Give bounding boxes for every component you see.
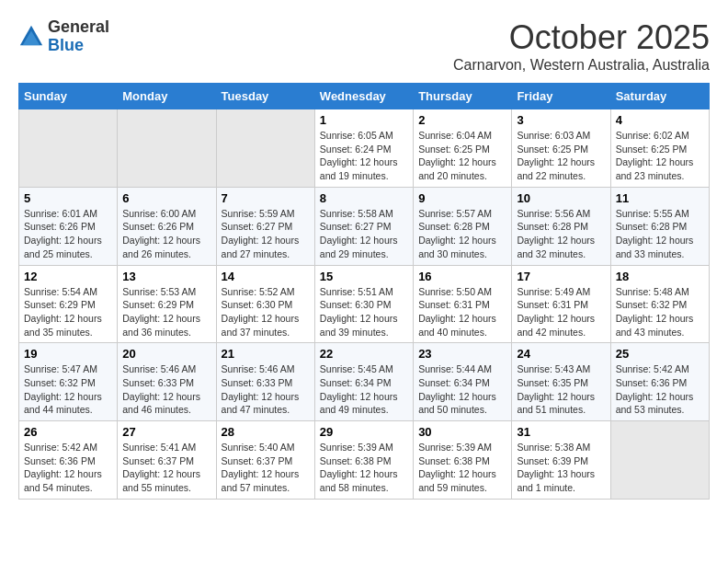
day-number: 15: [320, 270, 408, 283]
day-number: 11: [616, 191, 704, 205]
day-number: 29: [320, 425, 408, 439]
cell-content: Sunrise: 5:46 AM Sunset: 6:33 PM Dayligh…: [122, 362, 210, 417]
calendar-cell: 12Sunrise: 5:54 AM Sunset: 6:29 PM Dayli…: [19, 265, 118, 343]
day-number: 22: [320, 347, 408, 361]
calendar-cell: 23Sunrise: 5:44 AM Sunset: 6:34 PM Dayli…: [414, 343, 512, 421]
cell-content: Sunrise: 5:45 AM Sunset: 6:34 PM Dayligh…: [320, 362, 408, 417]
cell-content: Sunrise: 6:04 AM Sunset: 6:25 PM Dayligh…: [418, 129, 506, 183]
cell-content: Sunrise: 5:44 AM Sunset: 6:34 PM Dayligh…: [418, 362, 506, 417]
cell-content: Sunrise: 5:53 AM Sunset: 6:29 PM Dayligh…: [122, 285, 210, 339]
day-number: 23: [418, 347, 506, 361]
day-number: 28: [222, 425, 310, 439]
cell-content: Sunrise: 5:46 AM Sunset: 6:33 PM Dayligh…: [222, 362, 310, 417]
day-number: 16: [418, 270, 506, 283]
title-block: October 2025 Carnarvon, Western Australi…: [453, 18, 710, 74]
cell-content: Sunrise: 5:56 AM Sunset: 6:28 PM Dayligh…: [517, 207, 605, 261]
day-header-monday: Monday: [118, 84, 216, 109]
header-row: SundayMondayTuesdayWednesdayThursdayFrid…: [19, 84, 710, 109]
cell-content: Sunrise: 5:41 AM Sunset: 6:37 PM Dayligh…: [122, 441, 210, 495]
cell-content: Sunrise: 5:39 AM Sunset: 6:38 PM Dayligh…: [320, 441, 408, 495]
cell-content: Sunrise: 5:43 AM Sunset: 6:35 PM Dayligh…: [517, 362, 605, 417]
cell-content: Sunrise: 5:51 AM Sunset: 6:30 PM Dayligh…: [320, 285, 408, 339]
calendar-cell: 13Sunrise: 5:53 AM Sunset: 6:29 PM Dayli…: [118, 265, 216, 343]
calendar-cell: 28Sunrise: 5:40 AM Sunset: 6:37 PM Dayli…: [216, 421, 314, 500]
cell-content: Sunrise: 6:03 AM Sunset: 6:25 PM Dayligh…: [517, 129, 605, 183]
calendar-cell: 11Sunrise: 5:55 AM Sunset: 6:28 PM Dayli…: [610, 187, 709, 265]
cell-content: Sunrise: 5:39 AM Sunset: 6:38 PM Dayligh…: [418, 441, 506, 495]
calendar-cell: 17Sunrise: 5:49 AM Sunset: 6:31 PM Dayli…: [512, 265, 610, 343]
day-header-tuesday: Tuesday: [216, 84, 314, 109]
calendar-cell: 16Sunrise: 5:50 AM Sunset: 6:31 PM Dayli…: [414, 265, 512, 343]
cell-content: Sunrise: 5:58 AM Sunset: 6:27 PM Dayligh…: [320, 207, 408, 261]
calendar-table: SundayMondayTuesdayWednesdayThursdayFrid…: [18, 83, 710, 500]
day-header-saturday: Saturday: [610, 84, 709, 109]
cell-content: Sunrise: 6:01 AM Sunset: 6:26 PM Dayligh…: [24, 207, 112, 261]
day-number: 8: [320, 191, 408, 205]
calendar-cell: 31Sunrise: 5:38 AM Sunset: 6:39 PM Dayli…: [512, 421, 610, 500]
cell-content: Sunrise: 5:42 AM Sunset: 6:36 PM Dayligh…: [24, 441, 112, 495]
calendar-cell: 24Sunrise: 5:43 AM Sunset: 6:35 PM Dayli…: [512, 343, 610, 421]
week-row-3: 12Sunrise: 5:54 AM Sunset: 6:29 PM Dayli…: [19, 265, 710, 343]
logo-icon: [18, 24, 44, 50]
day-number: 31: [517, 425, 605, 439]
calendar-cell: [216, 109, 314, 188]
day-number: 5: [24, 191, 112, 205]
cell-content: Sunrise: 5:54 AM Sunset: 6:29 PM Dayligh…: [24, 285, 112, 339]
day-number: 10: [517, 191, 605, 205]
cell-content: Sunrise: 5:49 AM Sunset: 6:31 PM Dayligh…: [517, 285, 605, 339]
day-number: 27: [122, 425, 210, 439]
cell-content: Sunrise: 6:05 AM Sunset: 6:24 PM Dayligh…: [320, 129, 408, 183]
calendar-cell: 27Sunrise: 5:41 AM Sunset: 6:37 PM Dayli…: [118, 421, 216, 500]
calendar-cell: 30Sunrise: 5:39 AM Sunset: 6:38 PM Dayli…: [414, 421, 512, 500]
cell-content: Sunrise: 5:59 AM Sunset: 6:27 PM Dayligh…: [222, 207, 310, 261]
day-header-thursday: Thursday: [414, 84, 512, 109]
day-number: 21: [222, 347, 310, 361]
calendar-cell: 3Sunrise: 6:03 AM Sunset: 6:25 PM Daylig…: [512, 109, 610, 188]
cell-content: Sunrise: 5:42 AM Sunset: 6:36 PM Dayligh…: [616, 362, 704, 417]
calendar-cell: 20Sunrise: 5:46 AM Sunset: 6:33 PM Dayli…: [118, 343, 216, 421]
day-header-wednesday: Wednesday: [314, 84, 413, 109]
day-number: 25: [616, 347, 704, 361]
cell-content: Sunrise: 5:40 AM Sunset: 6:37 PM Dayligh…: [222, 441, 310, 495]
cell-content: Sunrise: 5:52 AM Sunset: 6:30 PM Dayligh…: [222, 285, 310, 339]
day-number: 12: [24, 270, 112, 283]
calendar-cell: 29Sunrise: 5:39 AM Sunset: 6:38 PM Dayli…: [314, 421, 413, 500]
day-number: 9: [418, 191, 506, 205]
cell-content: Sunrise: 5:57 AM Sunset: 6:28 PM Dayligh…: [418, 207, 506, 261]
week-row-5: 26Sunrise: 5:42 AM Sunset: 6:36 PM Dayli…: [19, 421, 710, 500]
calendar-cell: 14Sunrise: 5:52 AM Sunset: 6:30 PM Dayli…: [216, 265, 314, 343]
calendar-cell: 26Sunrise: 5:42 AM Sunset: 6:36 PM Dayli…: [19, 421, 118, 500]
cell-content: Sunrise: 5:38 AM Sunset: 6:39 PM Dayligh…: [517, 441, 605, 495]
calendar-cell: 1Sunrise: 6:05 AM Sunset: 6:24 PM Daylig…: [314, 109, 413, 188]
calendar-cell: 22Sunrise: 5:45 AM Sunset: 6:34 PM Dayli…: [314, 343, 413, 421]
day-number: 30: [418, 425, 506, 439]
calendar-cell: [610, 421, 709, 500]
cell-content: Sunrise: 5:47 AM Sunset: 6:32 PM Dayligh…: [24, 362, 112, 417]
day-number: 4: [616, 113, 704, 127]
cell-content: Sunrise: 6:00 AM Sunset: 6:26 PM Dayligh…: [122, 207, 210, 261]
calendar-cell: 19Sunrise: 5:47 AM Sunset: 6:32 PM Dayli…: [19, 343, 118, 421]
cell-content: Sunrise: 5:48 AM Sunset: 6:32 PM Dayligh…: [616, 285, 704, 339]
day-header-sunday: Sunday: [19, 84, 118, 109]
calendar-cell: 10Sunrise: 5:56 AM Sunset: 6:28 PM Dayli…: [512, 187, 610, 265]
calendar-cell: [118, 109, 216, 188]
month-title: October 2025: [453, 18, 710, 57]
calendar-cell: 6Sunrise: 6:00 AM Sunset: 6:26 PM Daylig…: [118, 187, 216, 265]
day-number: 26: [24, 425, 112, 439]
day-number: 1: [320, 113, 408, 127]
calendar-cell: 5Sunrise: 6:01 AM Sunset: 6:26 PM Daylig…: [19, 187, 118, 265]
calendar-cell: 18Sunrise: 5:48 AM Sunset: 6:32 PM Dayli…: [610, 265, 709, 343]
calendar-cell: 25Sunrise: 5:42 AM Sunset: 6:36 PM Dayli…: [610, 343, 709, 421]
week-row-1: 1Sunrise: 6:05 AM Sunset: 6:24 PM Daylig…: [19, 109, 710, 188]
cell-content: Sunrise: 5:50 AM Sunset: 6:31 PM Dayligh…: [418, 285, 506, 339]
day-number: 14: [222, 270, 310, 283]
calendar-cell: 4Sunrise: 6:02 AM Sunset: 6:25 PM Daylig…: [610, 109, 709, 188]
logo-text: General Blue: [48, 18, 109, 55]
day-number: 20: [122, 347, 210, 361]
day-header-friday: Friday: [512, 84, 610, 109]
calendar-cell: 7Sunrise: 5:59 AM Sunset: 6:27 PM Daylig…: [216, 187, 314, 265]
page-header: General Blue October 2025 Carnarvon, Wes…: [18, 18, 710, 74]
day-number: 2: [418, 113, 506, 127]
week-row-2: 5Sunrise: 6:01 AM Sunset: 6:26 PM Daylig…: [19, 187, 710, 265]
logo: General Blue: [18, 18, 109, 55]
